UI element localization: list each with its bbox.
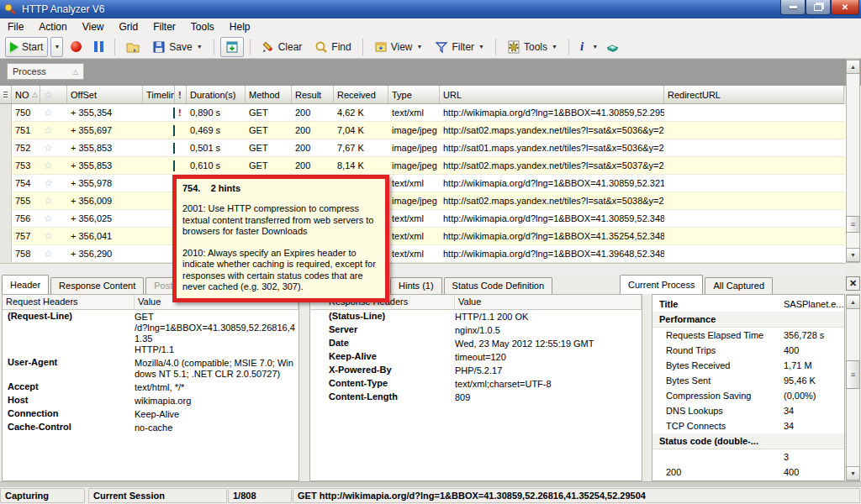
view-button[interactable]: View ▼ <box>369 37 428 57</box>
filter-dropdown-icon[interactable]: ▼ <box>478 44 484 50</box>
header-row[interactable]: Hostwikimapia.org <box>3 394 298 407</box>
bookmark-star-icon[interactable]: ☆ <box>44 142 53 154</box>
header-row[interactable]: Content-Typetext/xml;charset=UTF-8 <box>310 377 642 391</box>
bookmark-star-icon[interactable]: ☆ <box>44 160 53 171</box>
bookmark-star-icon[interactable]: ☆ <box>44 195 53 207</box>
stats-row[interactable]: Bytes Received1,71 M <box>652 358 844 373</box>
save-button[interactable]: Save ▼ <box>147 37 207 57</box>
header-row[interactable]: Accepttext/html, */* <box>3 381 298 394</box>
header-row[interactable]: User-AgentMozilla/4.0 (compatible; MSIE … <box>3 356 298 381</box>
scroll-thumb[interactable]: ≡ <box>846 216 860 233</box>
tab-current-process[interactable]: Current Process <box>620 275 703 294</box>
scroll-down-icon[interactable]: ▼ <box>846 466 860 480</box>
clear-button[interactable]: Clear <box>256 37 308 57</box>
pause-button[interactable] <box>89 37 108 57</box>
header-row[interactable]: Keep-Alivetimeout=120 <box>310 350 642 364</box>
table-row[interactable]: 750☆+ 355,354!0,890 sGET2004,62 Ktext/xm… <box>0 104 846 122</box>
header-row[interactable]: ConnectionKeep-Alive <box>3 407 298 421</box>
bookmark-star-icon[interactable]: ☆ <box>44 107 53 118</box>
header-row[interactable]: (Status-Line)HTTP/1.1 200 OK <box>310 310 642 323</box>
stats-row[interactable]: 200400 <box>652 465 844 480</box>
info-button[interactable]: i <box>575 37 589 57</box>
minimize-button[interactable] <box>780 0 806 15</box>
help-book-button[interactable] <box>600 37 625 57</box>
table-row[interactable]: 758☆+ 356,290text/xmlhttp://wikimapia.or… <box>0 245 846 263</box>
scroll-down-icon[interactable]: ▼ <box>846 248 860 262</box>
menu-item-grid[interactable]: Grid <box>112 19 146 34</box>
grid-vertical-scrollbar[interactable]: ▲ ≡ ▼ <box>846 59 860 263</box>
header-row[interactable]: Servernginx/1.0.5 <box>310 323 642 337</box>
table-row[interactable]: 757☆+ 356,041text/xmlhttp://wikimapia.or… <box>0 228 846 245</box>
stop-button[interactable] <box>66 37 87 57</box>
menu-item-tools[interactable]: Tools <box>183 19 222 34</box>
bookmark-star-icon[interactable]: ☆ <box>44 124 53 136</box>
close-panel-button[interactable]: ✕ <box>846 276 860 291</box>
tab-all-captured[interactable]: All Captured <box>705 277 773 294</box>
header-row[interactable]: (Request-Line)GET /d?lng=1&BBOX=41.30859… <box>3 310 298 356</box>
process-group-header[interactable]: Process △ <box>7 63 84 80</box>
scroll-thumb[interactable]: ≡ <box>846 360 860 389</box>
open-session-button[interactable] <box>121 37 145 57</box>
table-row[interactable]: 753☆+ 355,8530,610 sGET2008,14 Kimage/jp… <box>0 157 846 175</box>
column-header-offset[interactable]: OffSet <box>67 86 143 104</box>
panel-vertical-scrollbar[interactable]: ▲ ≡ ▼ <box>846 294 860 481</box>
table-row[interactable]: 752☆+ 355,8530,501 sGET2007,67 Kimage/jp… <box>0 139 846 157</box>
stats-row[interactable]: Compression Saving(0,00%) <box>652 388 844 403</box>
tab-header[interactable]: Header <box>2 275 49 294</box>
menu-item-help[interactable]: Help <box>222 19 258 34</box>
menu-item-view[interactable]: View <box>75 19 112 34</box>
restore-button[interactable] <box>806 0 831 15</box>
stats-row[interactable]: TitleSASPlanet.e... <box>652 297 844 312</box>
column-header-duration[interactable]: Duration(s) <box>187 86 246 104</box>
menu-item-filter[interactable]: Filter <box>145 19 183 34</box>
stats-row[interactable]: Round Trips400 <box>652 343 844 358</box>
column-header-method[interactable]: Method <box>246 86 292 104</box>
header-row[interactable]: Content-Length809 <box>310 391 642 404</box>
tools-dropdown-icon[interactable]: ▼ <box>552 44 557 50</box>
header-row[interactable]: Cache-Controlno-cache <box>3 421 298 434</box>
column-header-alert[interactable]: ! <box>175 86 187 104</box>
header-row[interactable]: DateWed, 23 May 2012 12:55:19 GMT <box>310 337 642 350</box>
tab-hints-1-[interactable]: Hints (1) <box>390 277 442 294</box>
bookmark-star-icon[interactable]: ☆ <box>44 230 53 242</box>
filter-button[interactable]: Filter ▼ <box>430 37 489 57</box>
column-header-timeline[interactable]: Timeline <box>143 86 175 104</box>
header-row[interactable]: X-Powered-ByPHP/5.2.17 <box>310 364 642 377</box>
column-header-url[interactable]: URL <box>440 86 664 104</box>
column-header-redirect[interactable]: RedirectURL <box>664 86 844 104</box>
menu-item-action[interactable]: Action <box>31 19 74 34</box>
scroll-up-icon[interactable]: ▲ <box>846 60 860 74</box>
info-dropdown-icon[interactable]: ▼ <box>592 44 598 50</box>
column-header-result[interactable]: Result <box>292 86 334 104</box>
tab-response-content[interactable]: Response Content <box>50 277 144 294</box>
request-headers-column[interactable]: Request Headers <box>3 295 135 309</box>
table-row[interactable]: 756☆+ 356,025text/xmlhttp://wikimapia.or… <box>0 210 846 228</box>
column-header-icon[interactable] <box>0 86 12 104</box>
response-value-column[interactable]: Value <box>455 295 642 309</box>
view-dropdown-icon[interactable]: ▼ <box>416 44 422 50</box>
close-button[interactable]: ✕ <box>831 0 859 15</box>
grid-horizontal-scrollbar[interactable] <box>0 263 846 276</box>
table-row[interactable]: 751☆+ 355,6970,469 sGET2007,04 Kimage/jp… <box>0 122 846 139</box>
column-header-no[interactable]: NO△ <box>12 86 40 104</box>
autoscroll-button[interactable] <box>220 37 244 57</box>
tools-button[interactable]: Tools ▼ <box>502 37 563 57</box>
bookmark-star-icon[interactable]: ☆ <box>44 248 53 260</box>
save-dropdown-icon[interactable]: ▼ <box>197 44 203 50</box>
menu-item-file[interactable]: File <box>0 19 31 34</box>
tab-status-code-definition[interactable]: Status Code Definition <box>444 277 552 294</box>
stats-row[interactable]: TCP Connects34 <box>652 418 844 433</box>
table-row[interactable]: 754☆+ 355,978text/xmlhttp://wikimapia.or… <box>0 175 846 192</box>
column-header-type[interactable]: Type <box>388 86 440 104</box>
stats-row[interactable]: Requests Elapsed Time356,728 s <box>652 328 844 343</box>
column-header-received[interactable]: Received <box>334 86 388 104</box>
bookmark-star-icon[interactable]: ☆ <box>44 213 53 224</box>
table-row[interactable]: 755☆+ 356,009image/jpeghttp://sat02.maps… <box>0 192 846 210</box>
column-header-star[interactable]: ☆ <box>40 86 67 104</box>
stats-row[interactable]: 3 <box>652 449 844 465</box>
stats-row[interactable]: Bytes Sent95,46 K <box>652 373 844 388</box>
start-dropdown[interactable]: ▼ <box>50 37 63 57</box>
find-button[interactable]: Find <box>309 37 356 57</box>
stats-row[interactable]: DNS Lookups34 <box>652 403 844 418</box>
bookmark-star-icon[interactable]: ☆ <box>44 177 53 189</box>
